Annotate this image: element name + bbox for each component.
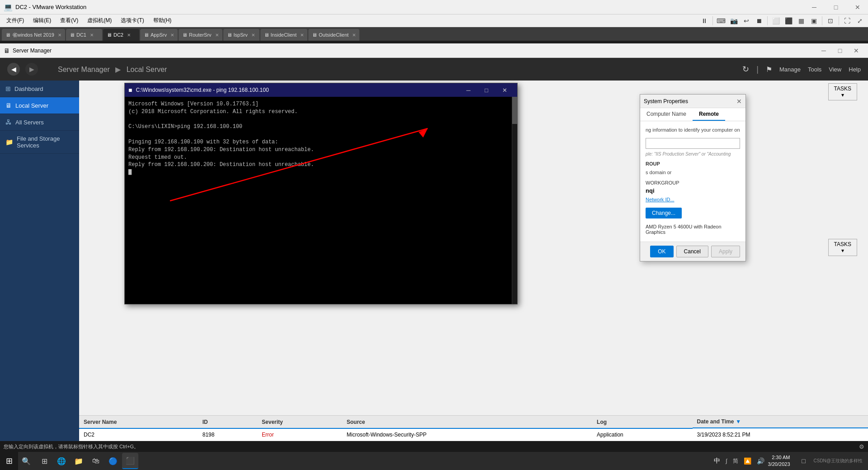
table-row[interactable]: DC2 8198 Error Microsoft-Windows-Securit…	[79, 428, 868, 441]
view-split[interactable]: ⬛	[782, 14, 795, 27]
tab-routersrv[interactable]: 🖥 RouterSrv ✕	[179, 29, 222, 41]
maximize-button[interactable]: □	[826, 0, 846, 14]
sidebar-item-file-storage[interactable]: 📁 File and Storage Services	[0, 131, 79, 154]
flag-icon[interactable]: ⚑	[766, 65, 772, 74]
cmd-line6: Reply from 192.168.100.200: Destination …	[128, 146, 508, 154]
snapshot-button[interactable]: 📷	[727, 14, 740, 27]
tab-remote[interactable]: Remote	[693, 108, 725, 121]
tray-network[interactable]: 🔼	[742, 456, 753, 465]
cmd-minimize[interactable]: ─	[459, 83, 477, 97]
menu-vm[interactable]: 虚拟机(M)	[83, 15, 116, 26]
menu-file[interactable]: 文件(F)	[2, 15, 28, 26]
close-button[interactable]: ✕	[847, 0, 868, 14]
taskbar-powershell[interactable]: 🔵	[105, 453, 121, 469]
search-icon: 🔍	[22, 457, 31, 465]
network-id-link[interactable]: Network ID...	[646, 197, 675, 202]
taskbar-task-view[interactable]: ⊞	[36, 453, 52, 469]
col-id[interactable]: ID	[198, 416, 257, 428]
minimize-button[interactable]: ─	[804, 0, 825, 14]
sm-close[interactable]: ✕	[848, 44, 864, 57]
col-severity[interactable]: Severity	[257, 416, 342, 428]
cmd-scroll-thumb[interactable]	[512, 97, 517, 124]
settings-icon[interactable]: ⚙	[859, 443, 864, 450]
taskbar-store[interactable]: 🛍	[88, 453, 104, 469]
tools-button[interactable]: Tools	[808, 66, 821, 73]
cmd-close[interactable]: ✕	[495, 83, 514, 97]
menu-tabs[interactable]: 选项卡(T)	[116, 15, 148, 26]
tab-ispsrv[interactable]: 🖥 IspSrv ✕	[223, 29, 259, 41]
ime-mode-icon[interactable]: ∫	[724, 457, 729, 465]
notification-center[interactable]: □	[796, 453, 812, 469]
manage-button[interactable]: Manage	[779, 66, 801, 73]
cancel-button[interactable]: Cancel	[676, 246, 708, 257]
sm-minimize[interactable]: ─	[816, 44, 832, 57]
tray-volume[interactable]: 🔊	[755, 456, 766, 465]
tasks-button-2[interactable]: TASKS ▾	[828, 239, 857, 256]
col-server-name[interactable]: Server Name	[79, 416, 198, 428]
tab-appsrv[interactable]: 🖥 AppSrv ✕	[140, 29, 178, 41]
col-log[interactable]: Log	[592, 416, 692, 428]
computer-description-input[interactable]	[646, 138, 740, 149]
col-datetime[interactable]: Date and Time ▼	[693, 416, 868, 428]
view-tabs[interactable]: ▦	[795, 14, 807, 27]
ok-button[interactable]: OK	[650, 246, 673, 257]
refresh-icon[interactable]: ↻	[742, 64, 749, 74]
toolbar-separator2	[767, 16, 768, 25]
ime-chinese-icon[interactable]: 中	[712, 456, 722, 466]
ime-simplified-icon[interactable]: 简	[731, 456, 740, 466]
view-single[interactable]: ⬜	[769, 14, 782, 27]
suspend-button[interactable]: ⏹	[753, 14, 765, 27]
view-button[interactable]: View	[829, 66, 841, 73]
col-source[interactable]: Source	[342, 416, 592, 428]
taskbar-file-explorer[interactable]: 📁	[71, 453, 87, 469]
search-button[interactable]: 🔍	[18, 453, 34, 469]
tab-close-ispsrv[interactable]: ✕	[251, 33, 255, 38]
tab-close-insideclient[interactable]: ✕	[300, 33, 304, 38]
fullscreen-button[interactable]: ⛶	[841, 14, 854, 27]
cmd-window[interactable]: ■ C:\Windows\system32\cmd.exe - ping 192…	[124, 83, 518, 304]
console-button[interactable]: ⊡	[824, 14, 837, 27]
taskbar-ie[interactable]: 🌐	[53, 453, 70, 469]
pause-button[interactable]: ⏸	[698, 14, 711, 27]
tab-close-dc1[interactable]: ✕	[90, 33, 94, 38]
change-button[interactable]: Change...	[646, 208, 682, 218]
tab-outsideclient[interactable]: 🖥 OutsideClient ✕	[308, 29, 359, 41]
tab-dc2[interactable]: 🖥 DC2 ✕	[103, 29, 139, 41]
tab-close-routersrv[interactable]: ✕	[215, 33, 219, 38]
clock-time: 2:30 AM	[768, 454, 790, 461]
sm-toolbar-right: ↻ | ⚑ Manage Tools View Help	[742, 64, 861, 74]
help-button[interactable]: Help	[849, 66, 861, 73]
revert-button[interactable]: ↩	[740, 14, 753, 27]
tab-close-appsrv[interactable]: ✕	[170, 33, 174, 38]
taskbar-cmd[interactable]: ⬛	[122, 453, 138, 469]
view-grid[interactable]: ▣	[807, 14, 820, 27]
forward-button[interactable]: ▶	[25, 63, 38, 76]
sidebar-item-all-servers[interactable]: 🖧 All Servers	[0, 114, 79, 131]
tab-windos[interactable]: 🖥 省windos Net 2019 ✕	[2, 29, 65, 41]
back-button[interactable]: ◀	[7, 63, 20, 76]
cmd-body[interactable]: Microsoft Windows [Version 10.0.17763.1]…	[125, 97, 512, 304]
menu-help[interactable]: 帮助(H)	[149, 15, 176, 26]
tab-close-outsideclient[interactable]: ✕	[352, 33, 356, 38]
cmd-maximize[interactable]: □	[477, 83, 495, 97]
send-ctrl-alt-del[interactable]: ⌨	[715, 14, 727, 27]
sidebar-item-local-server[interactable]: 🖥 Local Server	[0, 97, 79, 114]
tab-computer-name[interactable]: Computer Name	[640, 108, 693, 121]
tab-insideclient[interactable]: 🖥 InsideClient ✕	[260, 29, 307, 41]
sm-restore[interactable]: □	[832, 44, 848, 57]
unity-button[interactable]: ⤢	[854, 14, 866, 27]
tab-close-windos[interactable]: ✕	[58, 33, 61, 38]
menu-edit[interactable]: 编辑(E)	[28, 15, 56, 26]
cmd-scrollbar[interactable]	[512, 97, 517, 304]
menu-view[interactable]: 查看(V)	[56, 15, 83, 26]
taskbar-clock[interactable]: 2:30 AM 3/20/2023	[768, 454, 794, 468]
apply-button[interactable]: Apply	[711, 246, 740, 257]
cell-server: DC2	[79, 428, 198, 441]
tasks-button[interactable]: TASKS ▾	[828, 83, 857, 100]
sidebar-item-dashboard[interactable]: ⊞ Dashboard	[0, 81, 79, 97]
tab-dc1[interactable]: 🖥 DC1 ✕	[66, 29, 102, 41]
tab-close-dc2[interactable]: ✕	[127, 33, 131, 38]
dialog-close-button[interactable]: ✕	[736, 98, 742, 105]
start-button[interactable]: ⊞	[0, 452, 18, 470]
sidebar-item-dashboard-label: Dashboard	[14, 85, 43, 92]
